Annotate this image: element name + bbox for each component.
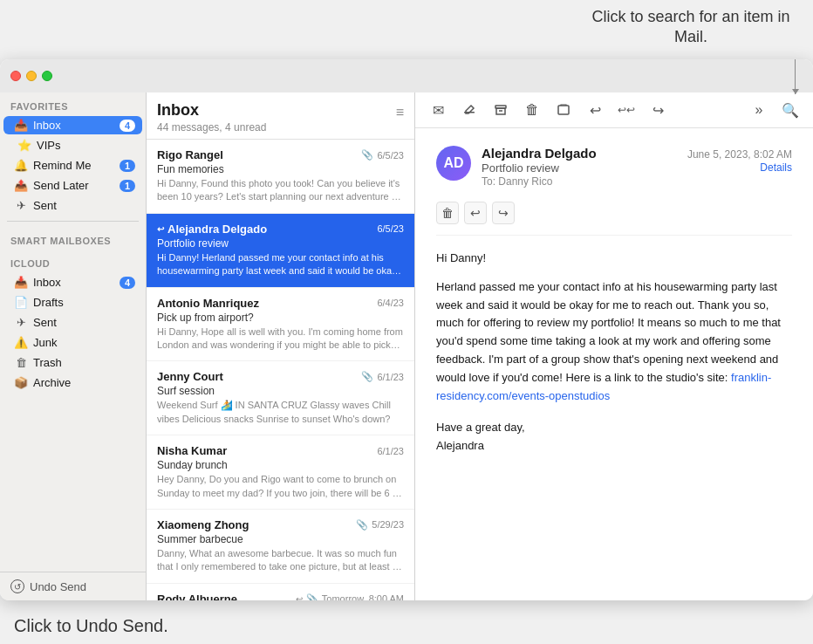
sidebar-item-send-later[interactable]: 📤 Send Later 1 <box>3 176 142 195</box>
msg-subject: Summer barbecue <box>157 533 404 545</box>
message-item[interactable]: ↩ Alejandra Delgado 6/5/23 Portfolio rev… <box>147 214 414 288</box>
signature-closing: Have a great day,Alejandra <box>436 419 792 456</box>
move-button[interactable] <box>551 98 576 122</box>
detail-toolbar: ✉ 🗑 ↩ ↩↩ ↪ » 🔍 <box>415 92 813 128</box>
inbox-icon: 📥 <box>14 119 28 132</box>
email-reply-button[interactable]: ↩ <box>464 202 487 224</box>
msg-sender: Nisha Kumar <box>157 444 227 457</box>
studio-link[interactable]: franklin-residency.com/events-openstudio… <box>436 371 771 402</box>
minimize-button[interactable] <box>26 71 37 81</box>
sidebar-item-remind-me[interactable]: 🔔 Remind Me 1 <box>3 156 142 175</box>
title-bar <box>0 59 813 92</box>
sent-fav-icon: ✈ <box>14 199 28 212</box>
email-body: Hi Danny! Herland passed me your contact… <box>436 250 792 456</box>
inbox-count: 44 messages, 4 unread <box>157 121 266 134</box>
filter-icon[interactable]: ≡ <box>396 105 404 120</box>
sidebar-item-sent-icloud[interactable]: ✈ Sent <box>3 313 142 332</box>
reply-button[interactable]: ↩ <box>583 98 607 122</box>
archive-button[interactable] <box>488 98 513 122</box>
fullscreen-button[interactable] <box>42 71 52 81</box>
email-action-bar: 🗑 ↩ ↪ <box>436 202 792 236</box>
email-subject-line: Portfolio review <box>482 161 687 175</box>
msg-sender: Jenny Court <box>157 370 223 383</box>
msg-subject: Surf session <box>157 385 404 397</box>
sidebar-item-vips[interactable]: ⭐ VIPs <box>7 136 142 154</box>
traffic-lights <box>10 71 52 81</box>
msg-sender: ↩ Alejandra Delgado <box>157 223 267 236</box>
msg-sender: Xiaomeng Zhong <box>157 518 249 531</box>
sidebar-item-junk[interactable]: ⚠️ Junk <box>3 333 142 352</box>
msg-subject: Fun memories <box>157 163 404 175</box>
search-button[interactable]: 🔍 <box>778 98 803 122</box>
message-item[interactable]: Rody Albuerne ↩ 📎 Tomorrow, 8:00 AM Baki… <box>147 584 414 600</box>
message-item[interactable]: Nisha Kumar 6/1/23 Sunday brunch Hey Dan… <box>147 435 414 510</box>
remind-icon: 🔔 <box>14 159 28 172</box>
compose-button[interactable] <box>457 98 482 122</box>
reply-icon: ↩ <box>296 594 303 600</box>
smart-mailboxes-label: Smart Mailboxes <box>0 227 146 250</box>
email-detail-content: AD Alejandra Delgado Portfolio review To… <box>415 128 813 600</box>
trash-button[interactable]: 🗑 <box>520 98 544 122</box>
search-callout: Click to search for an item in Mail. <box>569 0 813 55</box>
msg-preview: Hi Danny! Herland passed me your contact… <box>157 251 404 278</box>
email-date: June 5, 2023, 8:02 AM <box>687 148 792 161</box>
sidebar-item-inbox-fav[interactable]: 📥 Inbox 4 <box>3 116 142 134</box>
favorites-label: Favorites <box>0 92 146 115</box>
reply-all-button[interactable]: ↩↩ <box>614 98 639 122</box>
msg-date: 6/5/23 <box>377 223 404 234</box>
forward-button[interactable]: ↪ <box>646 98 670 122</box>
trash-sidebar-icon: 🗑 <box>14 356 28 369</box>
details-link[interactable]: Details <box>687 161 792 174</box>
detail-pane: ✉ 🗑 ↩ ↩↩ ↪ » 🔍 <box>415 92 813 600</box>
sidebar-item-archive[interactable]: 📦 Archive <box>3 373 142 392</box>
more-button[interactable]: » <box>747 98 771 122</box>
message-item[interactable]: Jenny Court 📎 6/1/23 Surf session Weeken… <box>147 361 414 435</box>
close-button[interactable] <box>10 71 21 81</box>
drafts-icon: 📄 <box>14 296 28 309</box>
msg-preview: Hey Danny, Do you and Rigo want to come … <box>157 473 404 500</box>
undo-send-button[interactable]: ↺ Undo Send <box>0 572 146 600</box>
msg-sender: Antonio Manriquez <box>157 297 259 310</box>
sidebar-item-trash[interactable]: 🗑 Trash <box>3 353 142 372</box>
email-signature: Have a great day,Alejandra <box>436 419 792 456</box>
msg-preview: Hi Danny, Hope all is well with you. I'm… <box>157 325 404 353</box>
msg-subject: Portfolio review <box>157 237 404 250</box>
attach-icon: 📎 <box>356 519 368 531</box>
message-item[interactable]: Xiaomeng Zhong 📎 5/29/23 Summer barbecue… <box>147 510 414 584</box>
email-date-details: June 5, 2023, 8:02 AM Details <box>687 146 792 174</box>
junk-icon: ⚠️ <box>14 336 28 349</box>
body-main: Herland passed me your contact info at h… <box>436 278 792 406</box>
sidebar-item-inbox-icloud[interactable]: 📥 Inbox 4 <box>3 273 142 291</box>
email-header: AD Alejandra Delgado Portfolio review To… <box>436 146 792 188</box>
email-meta: Alejandra Delgado Portfolio review To: D… <box>482 146 687 188</box>
email-to: To: Danny Rico <box>482 175 687 188</box>
msg-subject: Pick up from airport? <box>157 312 404 324</box>
msg-subject: Sunday brunch <box>157 459 404 471</box>
email-forward-button[interactable]: ↪ <box>492 202 515 224</box>
sidebar-item-sent-fav[interactable]: ✈ Sent <box>3 196 142 215</box>
msg-date: 6/1/23 <box>377 372 404 382</box>
email-from: Alejandra Delgado <box>482 146 687 161</box>
msg-preview: Danny, What an awesome barbecue. It was … <box>157 547 404 574</box>
email-trash-button[interactable]: 🗑 <box>436 202 459 224</box>
attach-icon: 📎 <box>361 371 373 382</box>
msg-date: 6/1/23 <box>377 446 404 456</box>
new-message-button[interactable]: ✉ <box>426 98 450 122</box>
icloud-label: iCloud <box>0 250 146 272</box>
message-item[interactable]: Rigo Rangel 📎 6/5/23 Fun memories Hi Dan… <box>147 140 414 214</box>
message-list: Inbox 44 messages, 4 unread ≡ Rigo Range… <box>147 92 415 600</box>
attach-icon: 📎 <box>361 149 373 161</box>
svg-rect-2 <box>558 106 569 114</box>
mail-window: Favorites 📥 Inbox 4 ⭐ VIPs 🔔 Remind Me 1… <box>0 59 813 600</box>
attach-icon: 📎 <box>306 593 318 600</box>
msg-date: 6/4/23 <box>377 298 404 308</box>
callout-line-top <box>795 59 796 94</box>
msg-preview: Hi Danny, Found this photo you took! Can… <box>157 177 404 204</box>
message-list-header: Inbox 44 messages, 4 unread ≡ <box>147 92 414 140</box>
vip-icon: ⭐ <box>17 139 31 152</box>
undo-send-callout: Click to Undo Send. <box>0 607 227 644</box>
archive-sidebar-icon: 📦 <box>14 376 28 389</box>
body-greeting: Hi Danny! <box>436 250 792 268</box>
sidebar-item-drafts[interactable]: 📄 Drafts <box>3 293 142 312</box>
message-item[interactable]: Antonio Manriquez 6/4/23 Pick up from ai… <box>147 288 414 362</box>
